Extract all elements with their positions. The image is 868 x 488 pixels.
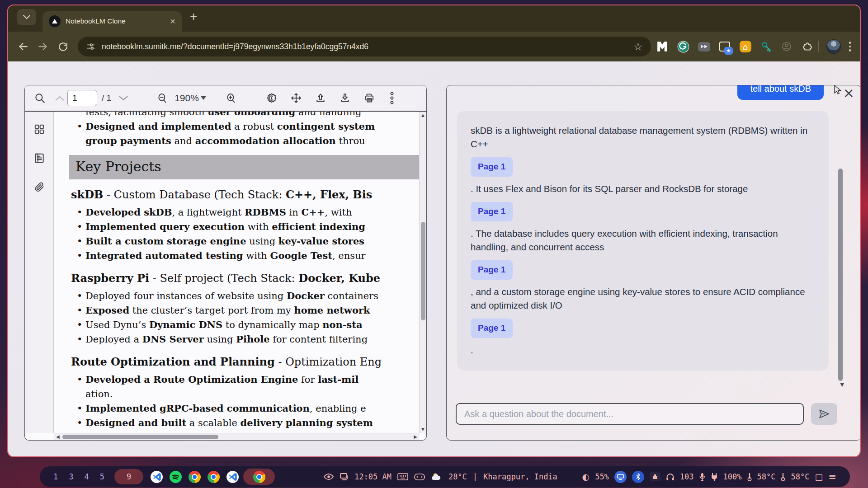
scroll-down-icon[interactable]: ▼ — [420, 427, 426, 432]
bluetooth-icon[interactable] — [632, 471, 644, 483]
doc-line: fests, facilitating smooth user onboardi… — [54, 112, 419, 119]
url-bar[interactable]: notebooklm.sumitk.me/?documentId=j979egy… — [78, 37, 651, 56]
workspace-number[interactable]: 1 — [53, 472, 58, 481]
pdf-document[interactable]: fests, facilitating smooth user onboardi… — [54, 112, 419, 433]
clock-label[interactable]: 12:05 AM — [354, 472, 392, 481]
back-button[interactable] — [15, 39, 31, 54]
pdf-horizontal-scrollbar[interactable]: ◀ ▶ — [54, 433, 419, 440]
chat-scroll-thumb[interactable] — [838, 169, 843, 381]
zoom-out-icon[interactable] — [155, 90, 170, 106]
page-down-button[interactable] — [116, 90, 131, 106]
browser-menu-button[interactable] — [847, 40, 853, 53]
scroll-left-icon[interactable]: ◀ — [56, 433, 60, 440]
keyboard-icon[interactable] — [397, 473, 408, 480]
chrome-app-icon[interactable] — [253, 471, 265, 483]
page-up-button[interactable] — [52, 90, 67, 106]
vscode-app-icon[interactable] — [151, 471, 163, 483]
tab-search-button[interactable] — [17, 9, 36, 25]
spotify-app-icon[interactable] — [170, 471, 182, 483]
page-total-label: / 1 — [102, 93, 111, 103]
tab-close-icon[interactable]: × — [170, 17, 175, 26]
thumbnails-icon[interactable] — [32, 122, 47, 137]
video-speed-extension-icon[interactable] — [698, 41, 710, 53]
tab-manager-extension-icon[interactable] — [719, 41, 731, 53]
pdf-vertical-scrollbar[interactable]: ▲ ▼ — [419, 112, 426, 433]
battery-label[interactable]: 100% — [723, 472, 742, 481]
print-icon[interactable] — [362, 90, 377, 106]
eye-icon[interactable] — [324, 473, 334, 481]
forward-arrow-icon — [37, 41, 49, 52]
forward-button[interactable] — [35, 39, 51, 54]
chat-question-input[interactable] — [456, 403, 804, 425]
gamepad-icon[interactable] — [414, 474, 425, 480]
pdf-more-menu-icon[interactable] — [384, 90, 400, 106]
new-tab-button[interactable]: + — [190, 9, 197, 24]
doc-line: Used Dynu’s Dynamic DNS to dynamically m… — [54, 318, 419, 332]
zoom-in-icon[interactable] — [223, 90, 239, 106]
location-label[interactable]: Kharagpur, India — [483, 472, 557, 481]
back-arrow-icon — [17, 41, 29, 52]
homepage-extension-icon[interactable]: ⌂ — [740, 41, 751, 52]
brightness-icon[interactable]: ◐ — [582, 472, 590, 482]
workspace-active[interactable]: 9 — [114, 469, 143, 484]
malwarebytes-extension-icon[interactable] — [656, 41, 669, 53]
doc-line: ation. — [54, 387, 419, 401]
chrome-app-icon[interactable] — [208, 471, 220, 483]
scroll-right-icon[interactable]: ▶ — [414, 433, 417, 440]
zoom-level-label[interactable]: 190% — [175, 93, 199, 103]
brightness-label[interactable]: 55% — [595, 472, 609, 481]
workspace-number[interactable]: 5 — [100, 472, 104, 481]
page-citation-badge[interactable]: Page 1 — [471, 202, 513, 221]
headphones-icon[interactable] — [666, 473, 675, 481]
chrome-app-icon[interactable] — [189, 471, 201, 483]
zoom-dropdown-caret[interactable] — [201, 96, 206, 100]
profile-avatar[interactable] — [826, 39, 841, 54]
site-info-icon[interactable] — [86, 42, 96, 52]
download-icon[interactable] — [337, 90, 353, 106]
bookmark-star-icon[interactable]: ☆ — [633, 41, 643, 52]
chat-close-icon[interactable]: × — [843, 86, 854, 100]
gpu-temp-label[interactable]: 58°C — [791, 472, 809, 481]
search-icon[interactable] — [32, 90, 47, 106]
citation-row: Page 1 — [471, 319, 815, 338]
weather-temp-label[interactable]: 28°C — [448, 472, 467, 481]
theme-toggle-icon[interactable] — [264, 90, 279, 106]
page-citation-badge[interactable]: Page 1 — [471, 157, 513, 177]
volume-label[interactable]: 103 — [680, 472, 694, 481]
horizontal-scroll-thumb[interactable] — [62, 435, 218, 439]
vscode-app-icon[interactable] — [226, 471, 239, 483]
hand-pan-icon[interactable] — [288, 90, 304, 106]
workspace-number[interactable]: 3 — [69, 472, 73, 481]
network-manager-icon[interactable] — [614, 471, 627, 483]
grammarly-extension-icon[interactable] — [677, 41, 689, 53]
page-citation-badge[interactable]: Page 1 — [471, 319, 513, 338]
send-plane-icon — [818, 408, 830, 420]
page-number-input[interactable] — [67, 90, 97, 106]
tray-menu-icon[interactable]: ≡ — [828, 471, 836, 482]
workspace-number[interactable]: 4 — [85, 472, 89, 481]
reload-button[interactable] — [55, 39, 71, 54]
extensions-puzzle-icon[interactable] — [802, 41, 814, 53]
upload-icon[interactable] — [313, 90, 328, 106]
ethernet-icon[interactable] — [650, 472, 660, 481]
vertical-scroll-thumb[interactable] — [421, 222, 425, 320]
screen-record-icon[interactable] — [340, 473, 349, 481]
url-text[interactable]: notebooklm.sumitk.me/?documentId=j979egy… — [102, 42, 627, 52]
power-plug-icon[interactable] — [711, 473, 718, 481]
taskbar-tray: ◐ 55% 103 100% 58°C 58°C □ ≡ — [582, 471, 836, 483]
dim-profile-extension-icon[interactable] — [781, 41, 793, 53]
outline-icon[interactable] — [32, 150, 47, 166]
taskbar-active-app[interactable] — [243, 469, 275, 485]
send-button[interactable] — [811, 403, 837, 425]
workspace-numbers: 1345 — [53, 472, 104, 481]
attachment-paperclip-icon[interactable] — [32, 179, 47, 195]
cpu-temp-label[interactable]: 58°C — [757, 472, 776, 481]
microphone-icon[interactable] — [699, 473, 705, 481]
page-citation-badge[interactable]: Page 1 — [471, 260, 513, 280]
tab-notebooklm[interactable]: NotebookLM Clone × — [42, 11, 182, 32]
tray-square-icon[interactable]: □ — [815, 472, 823, 482]
doc-line: Implemented gRPC-based communication, en… — [54, 401, 419, 416]
scroll-up-icon[interactable]: ▲ — [420, 113, 426, 117]
chat-scroll-down-icon[interactable]: ▼ — [840, 382, 844, 388]
password-key-extension-icon[interactable] — [760, 41, 772, 53]
